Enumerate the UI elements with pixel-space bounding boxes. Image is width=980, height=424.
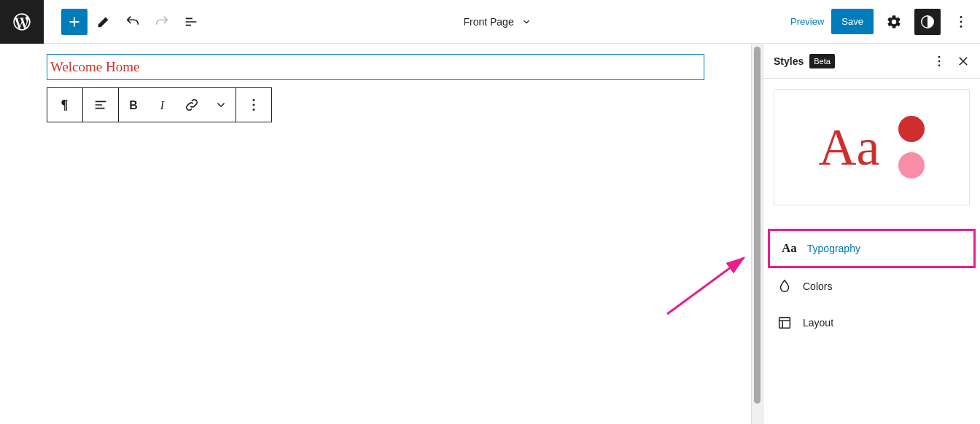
- editor-canvas[interactable]: Welcome Home ¶ B I: [0, 44, 751, 424]
- block-type-button[interactable]: ¶: [47, 87, 82, 122]
- preview-color-dots: [898, 116, 925, 178]
- svg-text:I: I: [160, 99, 165, 111]
- sidebar-item-colors[interactable]: Colors: [765, 268, 979, 305]
- gear-icon: [886, 14, 902, 30]
- paragraph-block[interactable]: Welcome Home: [47, 54, 704, 80]
- list-view-icon: [183, 14, 199, 30]
- add-block-button[interactable]: [61, 9, 88, 35]
- pencil-icon: [96, 14, 112, 30]
- sidebar-item-label: Layout: [803, 317, 833, 329]
- more-rich-text-button[interactable]: [206, 87, 236, 122]
- align-button[interactable]: [83, 87, 118, 122]
- redo-button[interactable]: [149, 9, 175, 35]
- svg-point-13: [938, 64, 941, 66]
- svg-point-12: [938, 60, 941, 62]
- annotation-arrow: [664, 252, 751, 318]
- chevron-down-icon: [521, 17, 532, 27]
- svg-rect-14: [779, 318, 790, 329]
- drop-icon: [777, 278, 793, 294]
- block-options-button[interactable]: [236, 87, 271, 122]
- edit-mode-button[interactable]: [90, 9, 117, 35]
- color-dot-primary: [898, 116, 925, 142]
- top-toolbar: Front Page Preview Save: [0, 0, 980, 44]
- align-left-icon: [93, 97, 109, 113]
- svg-text:¶: ¶: [61, 98, 69, 112]
- layout-icon: [777, 315, 793, 331]
- toolbar-left-group: [44, 9, 204, 35]
- styles-sidebar: Styles Beta Aa Aa Typography: [763, 44, 980, 424]
- styles-icon: [919, 14, 936, 30]
- more-options-button[interactable]: [948, 9, 974, 35]
- svg-line-10: [667, 258, 744, 314]
- sidebar-more-button[interactable]: [932, 54, 946, 68]
- sidebar-item-label: Typography: [807, 243, 860, 254]
- typography-icon: Aa: [782, 241, 797, 256]
- color-dot-secondary: [898, 152, 925, 178]
- block-toolbar: ¶ B I: [47, 87, 272, 122]
- more-vertical-icon: [246, 97, 262, 113]
- svg-point-3: [960, 25, 962, 27]
- redo-icon: [154, 14, 170, 30]
- sidebar-title: Styles: [774, 55, 804, 67]
- sidebar-item-typography[interactable]: Aa Typography: [768, 229, 976, 268]
- main-area: Welcome Home ¶ B I: [0, 44, 980, 424]
- more-vertical-icon: [932, 54, 946, 68]
- preview-link[interactable]: Preview: [790, 16, 824, 27]
- link-icon: [184, 97, 200, 113]
- styles-toggle-button[interactable]: [914, 9, 941, 35]
- link-button[interactable]: [177, 87, 206, 122]
- document-title-label: Front Page: [463, 16, 513, 28]
- document-title-dropdown[interactable]: Front Page: [204, 16, 790, 28]
- canvas-scrollbar[interactable]: [751, 44, 763, 424]
- undo-icon: [125, 14, 141, 30]
- sidebar-header: Styles Beta: [763, 44, 980, 79]
- more-vertical-icon: [953, 14, 969, 30]
- svg-point-1: [960, 16, 962, 18]
- italic-icon: I: [155, 98, 170, 112]
- sidebar-close-button[interactable]: [957, 55, 970, 68]
- chevron-down-icon: [214, 98, 228, 111]
- save-button[interactable]: Save: [831, 9, 874, 34]
- preview-sample-text: Aa: [819, 121, 880, 173]
- sidebar-item-layout[interactable]: Layout: [765, 305, 979, 341]
- bold-icon: B: [126, 98, 141, 112]
- beta-badge: Beta: [809, 54, 835, 68]
- paragraph-icon: ¶: [57, 97, 73, 113]
- plus-icon: [66, 14, 82, 30]
- undo-button[interactable]: [120, 9, 146, 35]
- scrollbar-thumb[interactable]: [754, 47, 761, 404]
- wordpress-icon: [12, 12, 32, 32]
- svg-point-2: [960, 20, 962, 23]
- close-icon: [957, 55, 970, 68]
- italic-button[interactable]: I: [148, 87, 177, 122]
- settings-button[interactable]: [881, 9, 907, 35]
- svg-point-11: [938, 55, 941, 58]
- svg-text:B: B: [129, 99, 137, 111]
- sidebar-nav-list: Aa Typography Colors Layout: [763, 216, 980, 341]
- sidebar-item-label: Colors: [803, 280, 832, 292]
- svg-point-7: [253, 99, 255, 101]
- toolbar-right-group: Preview Save: [790, 9, 980, 35]
- bold-button[interactable]: B: [119, 87, 148, 122]
- svg-point-9: [253, 109, 255, 111]
- svg-point-8: [253, 104, 255, 106]
- style-preview-card[interactable]: Aa: [774, 89, 970, 205]
- list-view-button[interactable]: [178, 9, 204, 35]
- wordpress-logo[interactable]: [0, 0, 44, 44]
